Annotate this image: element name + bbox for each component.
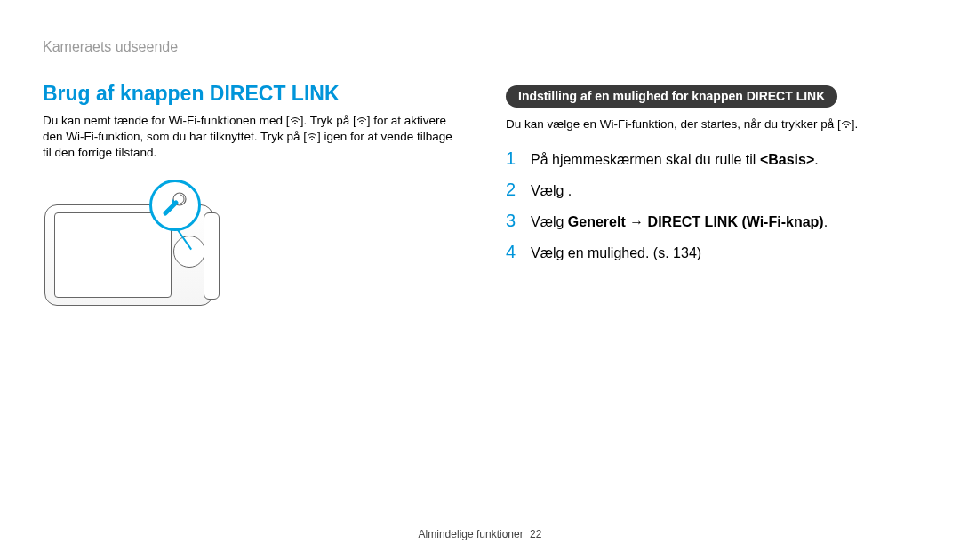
- step-number: 4: [506, 238, 522, 266]
- wifi-icon: [841, 120, 852, 129]
- text-fragment: Vælg en mulighed. (s. 134): [531, 245, 701, 260]
- svg-point-0: [294, 123, 296, 124]
- section-heading: Brug af knappen DIRECT LINK: [43, 82, 454, 106]
- svg-point-2: [311, 139, 313, 140]
- step-text: Vælg .: [531, 180, 917, 203]
- step-text: På hjemmeskærmen skal du rulle til <Basi…: [531, 149, 917, 172]
- bold-text: <Basis>: [760, 152, 814, 167]
- svg-point-4: [845, 126, 847, 128]
- callout-circle: [149, 180, 201, 231]
- camera-grip: [204, 212, 220, 300]
- step-number: 3: [506, 207, 522, 235]
- step-text: Vælg en mulighed. (s. 134): [531, 243, 917, 265]
- left-paragraph: Du kan nemt tænde for Wi-Fi-funktionen m…: [43, 113, 454, 162]
- camera-illustration: [43, 178, 225, 311]
- page-number: 22: [530, 528, 541, 540]
- footer-label: Almindelige funktioner: [419, 528, 524, 540]
- step-text: Vælg Generelt → DIRECT LINK (Wi-Fi-knap)…: [531, 212, 917, 234]
- text-fragment: Du kan vælge en Wi-Fi-funktion, der star…: [506, 117, 841, 131]
- text-fragment: ]. Tryk på [: [300, 114, 356, 127]
- step-item: 2 Vælg .: [506, 176, 917, 204]
- text-fragment: .: [814, 152, 818, 167]
- right-paragraph: Du kan vælge en Wi-Fi-funktion, der star…: [506, 116, 917, 132]
- step-item: 3 Vælg Generelt → DIRECT LINK (Wi-Fi-kna…: [506, 207, 917, 235]
- text-fragment: .: [568, 183, 572, 198]
- step-item: 4 Vælg en mulighed. (s. 134): [506, 238, 917, 266]
- text-fragment: På hjemmeskærmen skal du rulle til: [531, 152, 760, 167]
- camera-dpad: [173, 236, 205, 268]
- arrow-icon: [160, 188, 190, 222]
- page-footer: Almindelige funktioner 22: [0, 528, 960, 540]
- text-fragment: Du kan nemt tænde for Wi-Fi-funktionen m…: [43, 114, 290, 127]
- wifi-icon: [307, 132, 317, 141]
- breadcrumb: Kameraets udseende: [43, 39, 454, 55]
- text-fragment: Vælg: [531, 183, 568, 198]
- text-fragment: .: [824, 214, 828, 229]
- step-item: 1 På hjemmeskærmen skal du rulle til <Ba…: [506, 145, 917, 172]
- subsection-pill: Indstilling af en mulighed for knappen D…: [506, 85, 837, 108]
- text-fragment: ].: [852, 117, 859, 131]
- wifi-icon: [356, 116, 367, 125]
- wifi-icon: [290, 116, 300, 125]
- step-number: 1: [506, 145, 522, 172]
- step-number: 2: [506, 176, 522, 204]
- step-list: 1 På hjemmeskærmen skal du rulle til <Ba…: [506, 145, 917, 266]
- text-fragment: Vælg: [531, 214, 568, 229]
- bold-text: Generelt → DIRECT LINK (Wi-Fi-knap): [568, 214, 824, 229]
- svg-point-1: [361, 123, 363, 124]
- camera-screen: [54, 212, 172, 298]
